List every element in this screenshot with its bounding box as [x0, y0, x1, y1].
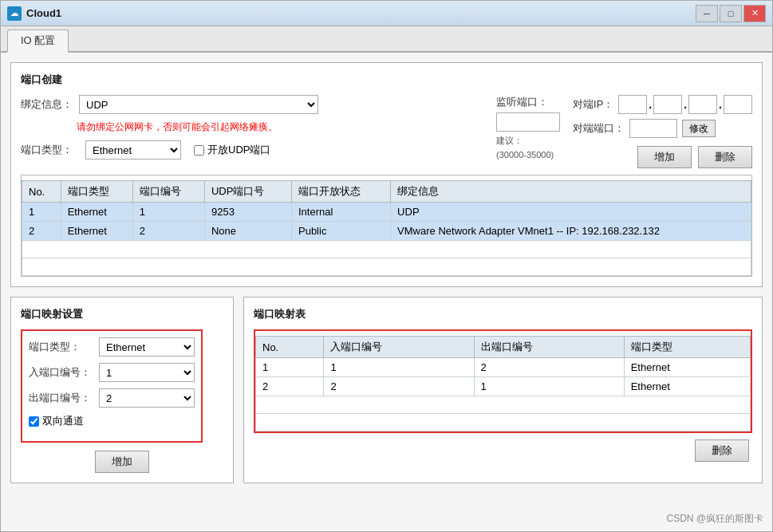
app-icon: ☁ [7, 6, 22, 21]
col-binding: 绑定信息 [391, 181, 751, 203]
creation-form-left: 绑定信息： UDP TCP NULL 请勿绑定公网网卡，否则可能会引起网络瘫痪。… [21, 95, 480, 168]
delete-port-button[interactable]: 删除 [698, 146, 752, 168]
ip-dot-3: . [719, 98, 722, 111]
ip-octet-1[interactable]: 0 [618, 95, 647, 114]
map-col-no: No. [256, 337, 324, 358]
map-cell-out: 2 [474, 358, 624, 377]
mapping-type-select[interactable]: Ethernet Serial [99, 337, 195, 357]
mapping-out-row: 出端口编号： 1 2 [29, 388, 195, 408]
cell-binding: VMware Network Adapter VMnet1 -- IP: 192… [391, 222, 751, 241]
ip-octet-3[interactable]: 0 [688, 95, 717, 114]
udp-open-checkbox-label[interactable]: 开放UDP端口 [194, 143, 270, 157]
remote-ip-row: 对端IP： 0 . 0 . 0 . 0 [573, 95, 752, 114]
main-content: 端口创建 绑定信息： UDP TCP NULL 请勿绑定公网网卡，否则可能会引起… [1, 53, 772, 531]
binding-label: 绑定信息： [21, 97, 73, 112]
mapping-out-label: 出端口编号： [29, 391, 93, 405]
map-col-in: 入端口编号 [324, 337, 474, 358]
tab-bar: IO 配置 [1, 26, 772, 53]
title-bar: ☁ Cloud1 ─ □ ✕ [1, 1, 772, 26]
mapping-row-empty-2 [256, 414, 751, 432]
warning-text: 请勿绑定公网网卡，否则可能会引起网络瘫痪。 [77, 120, 480, 134]
col-status: 端口开放状态 [291, 181, 390, 203]
port-mapping-settings: 端口映射设置 端口类型： Ethernet Serial 入端口编号： 1 2 [10, 297, 234, 483]
table-row[interactable]: 1 Ethernet 1 9253 Internal UDP [22, 203, 751, 222]
cell-num: 1 [132, 203, 204, 222]
title-left: ☁ Cloud1 [7, 6, 61, 21]
tab-io-config[interactable]: IO 配置 [7, 30, 69, 53]
col-type: 端口类型 [61, 181, 132, 203]
map-cell-type: Ethernet [624, 358, 750, 377]
map-cell-out: 1 [474, 377, 624, 396]
cell-num: 2 [132, 222, 204, 241]
mapping-table-row[interactable]: 1 1 2 Ethernet [256, 358, 751, 377]
modify-button[interactable]: 修改 [682, 120, 716, 137]
maximize-button[interactable]: □ [720, 5, 742, 22]
binding-row: 绑定信息： UDP TCP NULL [21, 95, 480, 114]
port-type-select[interactable]: Ethernet Serial [85, 140, 181, 160]
listen-hint-range: (30000-35000) [496, 150, 560, 160]
minimize-button[interactable]: ─ [696, 5, 718, 22]
port-table-header-row: No. 端口类型 端口编号 UDP端口号 端口开放状态 绑定信息 [22, 181, 751, 203]
mapping-table-title: 端口映射表 [254, 307, 752, 321]
port-table: No. 端口类型 端口编号 UDP端口号 端口开放状态 绑定信息 1 Ether… [22, 180, 751, 276]
mapping-type-row: 端口类型： Ethernet Serial [29, 337, 195, 357]
mapping-table: No. 入端口编号 出端口编号 端口类型 1 1 2 Ether [255, 336, 751, 432]
mapping-type-label: 端口类型： [29, 340, 93, 354]
ip-input: 0 . 0 . 0 . 0 [618, 95, 752, 114]
ip-octet-4[interactable]: 0 [724, 95, 752, 114]
watermark: CSDN @疯狂的斯图卡 [666, 512, 763, 526]
mapping-out-select[interactable]: 1 2 [99, 388, 195, 408]
binding-select[interactable]: UDP TCP NULL [79, 95, 318, 114]
port-table-body: 1 Ethernet 1 9253 Internal UDP 2 Etherne… [22, 203, 751, 276]
map-cell-type: Ethernet [624, 377, 750, 396]
add-port-button[interactable]: 增加 [637, 146, 692, 168]
listen-port-row: 监听端口： [496, 95, 560, 109]
listen-hint: 建议： [496, 135, 560, 147]
main-window: ☁ Cloud1 ─ □ ✕ IO 配置 端口创建 绑定信息： [0, 0, 773, 532]
udp-open-checkbox[interactable] [194, 145, 204, 156]
col-num: 端口编号 [132, 181, 204, 203]
mapping-in-label: 入端口编号： [29, 365, 93, 380]
window-title: Cloud1 [26, 7, 61, 19]
cell-no: 2 [22, 222, 61, 241]
map-col-type: 端口类型 [624, 337, 750, 358]
bidirectional-checkbox-label[interactable]: 双向通道 [29, 414, 84, 428]
map-cell-no: 2 [256, 377, 324, 396]
mapping-in-row: 入端口编号： 1 2 [29, 363, 195, 382]
mapping-table-header: No. 入端口编号 出端口编号 端口类型 [256, 337, 751, 358]
map-cell-in: 2 [324, 377, 474, 396]
map-cell-no: 1 [256, 358, 324, 377]
ip-octet-2[interactable]: 0 [653, 95, 682, 114]
table-row-empty-2 [22, 258, 751, 276]
bidirectional-checkbox[interactable] [29, 416, 39, 427]
remote-port-input[interactable]: 0 [629, 119, 677, 138]
cell-udp: 9253 [204, 203, 291, 222]
creation-form-right: 监听端口： 30000 建议： (30000-35000) 对端IP： 0 . [496, 95, 752, 168]
mapping-table-body: 1 1 2 Ethernet 2 2 1 Ethernet [256, 358, 751, 432]
mapping-header-row: No. 入端口编号 出端口编号 端口类型 [256, 337, 751, 358]
bottom-sections: 端口映射设置 端口类型： Ethernet Serial 入端口编号： 1 2 [10, 297, 763, 483]
listen-port-input[interactable]: 30000 [496, 112, 560, 132]
close-button[interactable]: ✕ [743, 5, 766, 22]
col-udp: UDP端口号 [204, 181, 291, 203]
table-row[interactable]: 2 Ethernet 2 None Public VMware Network … [22, 222, 751, 241]
port-table-header: No. 端口类型 端口编号 UDP端口号 端口开放状态 绑定信息 [22, 181, 751, 203]
col-no: No. [22, 181, 61, 203]
port-mapping-title: 端口映射设置 [21, 307, 223, 321]
mapping-table-row[interactable]: 2 2 1 Ethernet [256, 377, 751, 396]
remote-block: 对端IP： 0 . 0 . 0 . 0 [573, 95, 752, 168]
cell-type: Ethernet [61, 203, 132, 222]
remote-port-row: 对端端口： 0 修改 [573, 119, 752, 138]
cell-binding: UDP [391, 203, 751, 222]
mapping-table-wrapper: No. 入端口编号 出端口编号 端口类型 1 1 2 Ether [254, 329, 752, 433]
mapping-add-row: 增加 [21, 451, 223, 473]
delete-mapping-button[interactable]: 删除 [695, 439, 749, 462]
remote-port-label: 对端端口： [573, 121, 625, 136]
remote-ip-label: 对端IP： [573, 97, 613, 112]
add-mapping-button[interactable]: 增加 [95, 451, 149, 473]
ip-dot-1: . [649, 98, 652, 111]
port-table-container: No. 端口类型 端口编号 UDP端口号 端口开放状态 绑定信息 1 Ether… [21, 175, 752, 277]
cell-status: Public [291, 222, 390, 241]
ip-dot-2: . [684, 98, 687, 111]
mapping-in-select[interactable]: 1 2 [99, 363, 195, 382]
